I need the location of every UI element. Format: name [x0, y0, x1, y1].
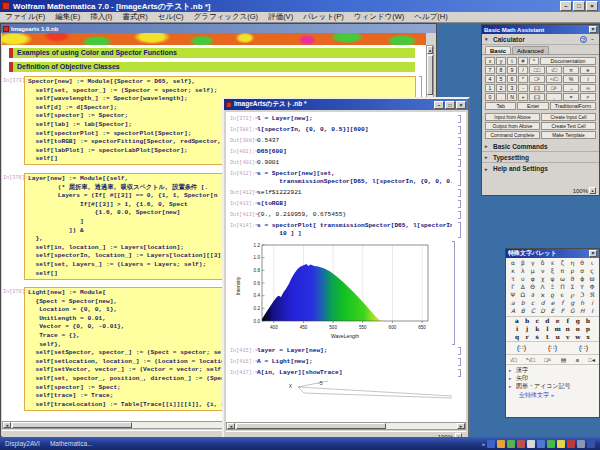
zoom-stepper[interactable]: ▴	[589, 187, 596, 194]
calc-key[interactable]: Tab	[485, 102, 516, 110]
char-button[interactable]: Π	[557, 283, 567, 291]
taskbar-item-mathematica[interactable]: Mathematica...	[50, 440, 93, 447]
char-button[interactable]: Γ	[508, 283, 518, 291]
cell-input[interactable]: A = Light[new];	[257, 358, 313, 366]
imagearts-titlebar[interactable]: Imagearts 1.0.nb	[1, 24, 436, 33]
calc-key[interactable]: 3	[507, 84, 517, 92]
calc-key[interactable]: i	[580, 75, 596, 83]
tree-item-arrows[interactable]: ▸ 矢印	[509, 374, 596, 382]
section-header-cell[interactable]: Definition of Objective Classes	[9, 62, 415, 72]
char-button[interactable]: ε	[548, 259, 558, 267]
char-button[interactable]: Ψ	[508, 291, 518, 299]
calc-key[interactable]: 9	[507, 66, 517, 74]
char-button[interactable]: p	[583, 325, 593, 333]
char-button[interactable]: h	[577, 299, 587, 307]
calc-key[interactable]: 5	[496, 75, 506, 83]
char-button[interactable]: D	[538, 307, 548, 315]
calc-key[interactable]: □²	[529, 75, 545, 83]
calc-key[interactable]: Documentation	[540, 57, 596, 65]
char-button[interactable]: ζ	[557, 259, 567, 267]
tray-icon[interactable]: »	[482, 440, 485, 448]
tree-item-shapes-icons[interactable]: ▸ 図形・アイコン記号	[509, 382, 596, 390]
close-button[interactable]: ×	[589, 250, 597, 257]
close-button[interactable]: ×	[589, 26, 597, 33]
calc-key[interactable]: e	[580, 66, 596, 74]
char-button[interactable]: b	[522, 317, 532, 325]
cell-input[interactable]: s = spectorPlot[ transmissionSpector[D65…	[257, 222, 452, 238]
char-button[interactable]: I	[587, 307, 597, 315]
char-button[interactable]: l	[542, 325, 552, 333]
char-button[interactable]: B	[518, 307, 528, 315]
char-button[interactable]: s	[532, 333, 542, 341]
action-button[interactable]: Create Input Cell	[541, 113, 596, 121]
char-button[interactable]: e	[553, 317, 563, 325]
calc-key[interactable]: t	[507, 57, 517, 65]
calc-key[interactable]: √□	[546, 66, 562, 74]
char-button[interactable]: ℘	[567, 291, 577, 299]
char-button[interactable]: c	[532, 317, 542, 325]
scroll-up-icon[interactable]: ▴	[427, 46, 433, 54]
char-button[interactable]: σ	[577, 267, 587, 275]
calc-key[interactable]: ^	[529, 57, 539, 65]
char-button[interactable]: x	[583, 333, 593, 341]
calc-key[interactable]: ∞	[580, 84, 596, 92]
scroll-left-icon[interactable]: ◂	[3, 422, 11, 428]
cell-input[interactable]: s[toRGB]	[257, 200, 287, 208]
calc-key[interactable]: →	[563, 84, 579, 92]
cell-input[interactable]: s = Spector[new][set, transmissionSpecto…	[257, 170, 452, 186]
char-button[interactable]: Λ	[538, 283, 548, 291]
char-button[interactable]: h	[583, 317, 593, 325]
char-button[interactable]: b	[518, 299, 528, 307]
menu-item[interactable]: 書式(R)	[117, 12, 152, 22]
close-button[interactable]: ×	[456, 101, 466, 109]
char-button[interactable]: δ	[538, 259, 548, 267]
minimize-button[interactable]: –	[434, 101, 444, 109]
char-button[interactable]: μ	[528, 267, 538, 275]
char-button[interactable]: m	[553, 325, 563, 333]
template-button[interactable]: ≡	[576, 357, 579, 363]
calc-key[interactable]: 8	[496, 66, 506, 74]
menu-item[interactable]: ヘルプ(H)	[409, 12, 452, 22]
calc-key[interactable]: N	[507, 93, 517, 101]
calc-key[interactable]: 2	[496, 84, 506, 92]
menu-item[interactable]: 評価(V)	[263, 12, 298, 22]
char-button[interactable]: χ	[538, 275, 548, 283]
menu-item[interactable]: 挿入(I)	[85, 12, 117, 22]
taskbar-item-display-avi[interactable]: Display2AVI	[5, 440, 40, 447]
char-button[interactable]: π	[557, 267, 567, 275]
char-button[interactable]: ϑ	[567, 275, 577, 283]
char-button[interactable]: ϖ	[587, 275, 597, 283]
maximize-button[interactable]: □	[445, 101, 455, 109]
cell-bracket[interactable]	[458, 115, 461, 123]
char-button[interactable]: Υ	[577, 283, 587, 291]
section-header-cell[interactable]: Examples of using Color and Spector Func…	[9, 48, 415, 58]
calc-key[interactable]: TraditionalForm	[550, 102, 596, 110]
char-button[interactable]: α	[508, 259, 518, 267]
char-button[interactable]: d	[538, 299, 548, 307]
cell-bracket[interactable]	[458, 137, 461, 145]
char-button[interactable]: Δ	[518, 283, 528, 291]
scroll-right-icon[interactable]: ▸	[457, 423, 465, 429]
cell-input[interactable]: l[spectorIn, {0, 0, 0.5}][600]	[257, 126, 368, 134]
tray-icon[interactable]	[527, 440, 535, 448]
cell-input[interactable]: D65[600]	[257, 148, 287, 156]
cell-bracket[interactable]	[458, 126, 461, 134]
calc-key[interactable]: *	[518, 75, 528, 83]
cell-bracket[interactable]	[458, 347, 461, 355]
calc-key[interactable]: 7	[485, 66, 495, 74]
char-button[interactable]: n	[563, 325, 573, 333]
scrollbar-thumb[interactable]	[12, 422, 132, 428]
tray-icon[interactable]	[567, 440, 575, 448]
close-button[interactable]: ×	[586, 1, 598, 11]
calc-key[interactable]: #	[518, 57, 528, 65]
menu-item[interactable]: グラフィックス(G)	[189, 12, 264, 22]
section-help-and-settings[interactable]: ▸ Help and Settings	[482, 163, 599, 174]
char-button[interactable]: F	[557, 307, 567, 315]
calc-key[interactable]: x	[485, 57, 495, 65]
calc-key[interactable]: -	[518, 84, 528, 92]
char-button[interactable]: β	[518, 259, 528, 267]
char-button[interactable]: θ	[577, 259, 587, 267]
palette-titlebar[interactable]: Basic Math Assistant ×	[482, 25, 599, 34]
horizontal-scrollbar[interactable]: ◂ ▸	[226, 422, 466, 430]
calc-key[interactable]: +	[518, 93, 528, 101]
